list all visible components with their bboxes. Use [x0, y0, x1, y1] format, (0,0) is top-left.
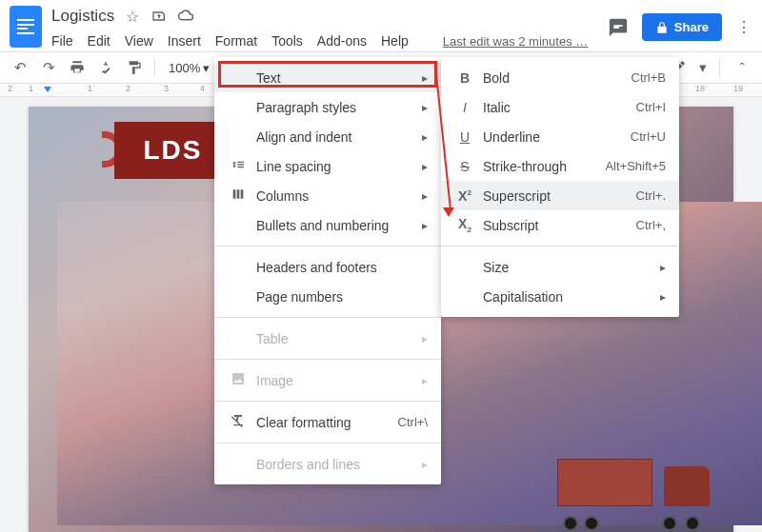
text-italic[interactable]: I Italic Ctrl+I — [441, 92, 679, 122]
ruler-number: 2 — [126, 84, 130, 93]
shortcut-text: Ctrl+\ — [398, 415, 428, 429]
format-align-indent[interactable]: Align and indent▸ — [214, 122, 441, 151]
text-underline[interactable]: U Underline Ctrl+U — [441, 122, 679, 151]
editing-mode-dropdown[interactable]: ▾ — [696, 55, 710, 80]
header-bar: Logistics ☆ File Edit View Insert Format… — [0, 0, 762, 51]
format-menu: Text▸ Paragraph styles▸ Align and indent… — [214, 57, 441, 484]
menu-addons[interactable]: Add-ons — [317, 33, 367, 49]
menu-help[interactable]: Help — [381, 33, 409, 49]
annotation-arrow-head — [443, 207, 454, 217]
lock-icon — [655, 21, 669, 34]
ruler-number: 4 — [200, 84, 205, 93]
comments-icon[interactable] — [608, 17, 629, 38]
print-button[interactable] — [65, 55, 90, 80]
text-submenu: B Bold Ctrl+B I Italic Ctrl+I U Underlin… — [441, 57, 679, 317]
chevron-down-icon: ▾ — [203, 61, 210, 75]
text-subscript[interactable]: X2 Subscript Ctrl+, — [441, 210, 679, 240]
image-icon — [228, 371, 249, 389]
subscript-icon: X2 — [454, 216, 475, 234]
text-capitalisation[interactable]: Capitalisation▸ — [441, 282, 679, 311]
columns-icon — [228, 187, 249, 205]
format-text[interactable]: Text▸ — [214, 63, 441, 92]
move-icon[interactable] — [150, 8, 168, 25]
redo-button[interactable]: ↷ — [36, 55, 61, 80]
text-size[interactable]: Size▸ — [441, 252, 679, 282]
strikethrough-icon: S — [454, 159, 475, 174]
ruler-number: 2 — [8, 84, 12, 93]
menu-insert[interactable]: Insert — [168, 33, 201, 49]
docs-logo[interactable] — [10, 6, 42, 48]
ruler-number: 18 — [695, 84, 705, 93]
ruler-number: 3 — [164, 84, 169, 93]
hide-menus-button[interactable]: ˆ — [730, 55, 754, 80]
paint-format-button[interactable] — [122, 55, 147, 80]
truck-graphic — [557, 449, 710, 525]
format-table: Table▸ — [214, 324, 441, 353]
zoom-selector[interactable]: 100%▾ — [163, 61, 215, 75]
underline-icon: U — [454, 129, 475, 145]
menubar: File Edit View Insert Format Tools Add-o… — [51, 30, 588, 51]
share-button[interactable]: Share — [642, 13, 722, 41]
text-bold[interactable]: B Bold Ctrl+B — [441, 63, 679, 92]
lds-text: LDS — [144, 135, 203, 166]
ruler-number: 1 — [29, 84, 33, 93]
indent-marker[interactable] — [44, 87, 51, 92]
text-strikethrough[interactable]: S Strike-through Alt+Shift+5 — [441, 151, 679, 181]
zoom-value: 100% — [169, 61, 200, 75]
format-borders-lines: Borders and lines▸ — [214, 449, 441, 479]
menu-file[interactable]: File — [51, 33, 73, 49]
bold-icon: B — [454, 70, 475, 86]
title-and-menu: Logistics ☆ File Edit View Insert Format… — [51, 6, 588, 51]
format-image: Image▸ — [214, 365, 441, 395]
cloud-saved-icon[interactable] — [177, 8, 194, 25]
format-bullets-numbering[interactable]: Bullets and numbering▸ — [214, 210, 441, 240]
menu-edit[interactable]: Edit — [88, 33, 110, 49]
submenu-arrow-icon: ▸ — [422, 71, 428, 85]
format-clear-formatting[interactable]: Clear formattingCtrl+\ — [214, 407, 441, 437]
star-icon[interactable]: ☆ — [124, 8, 141, 25]
vertical-more-icon[interactable]: ⋮ — [735, 18, 752, 36]
menu-tools[interactable]: Tools — [271, 33, 303, 49]
format-paragraph-styles[interactable]: Paragraph styles▸ — [214, 92, 441, 122]
spellcheck-button[interactable] — [93, 55, 118, 80]
ruler-number: 1 — [88, 84, 92, 93]
undo-button[interactable]: ↶ — [8, 55, 32, 80]
format-columns[interactable]: Columns▸ — [214, 181, 441, 210]
line-spacing-icon — [228, 157, 249, 175]
menu-format[interactable]: Format — [215, 33, 257, 49]
superscript-icon: X2 — [454, 188, 475, 204]
italic-icon: I — [454, 100, 475, 115]
clear-format-icon — [228, 413, 249, 431]
docs-logo-glyph — [17, 19, 34, 34]
format-headers-footers[interactable]: Headers and footers — [214, 252, 441, 282]
last-edit-link[interactable]: Last edit was 2 minutes … — [443, 34, 588, 49]
ruler-number: 19 — [733, 84, 743, 93]
text-superscript[interactable]: X2 Superscript Ctrl+. — [441, 181, 679, 210]
menu-view[interactable]: View — [125, 33, 153, 49]
format-line-spacing[interactable]: Line spacing▸ — [214, 151, 441, 181]
share-button-label: Share — [674, 20, 709, 34]
document-title[interactable]: Logistics — [51, 7, 114, 26]
format-page-numbers[interactable]: Page numbers — [214, 282, 441, 311]
